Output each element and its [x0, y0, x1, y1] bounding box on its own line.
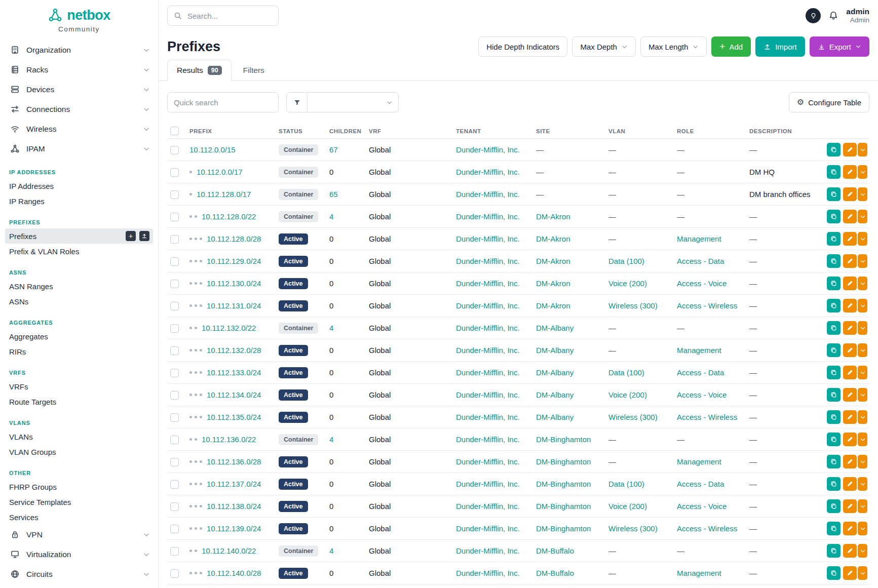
- sidebar-item-vlan-groups[interactable]: VLAN Groups: [0, 444, 158, 459]
- sidebar-item-ipam[interactable]: IPAM: [0, 139, 158, 159]
- prefix-link[interactable]: 10.112.139.0/24: [207, 524, 261, 533]
- vlan-link[interactable]: Wireless (300): [608, 524, 658, 533]
- role-link[interactable]: Access - Wireless: [677, 413, 737, 421]
- tenant-link[interactable]: Dunder-Mifflin, Inc.: [456, 279, 520, 288]
- site-link[interactable]: DM-Albany: [536, 413, 574, 421]
- role-link[interactable]: Access - Voice: [677, 502, 727, 511]
- copy-button[interactable]: [827, 210, 841, 223]
- tenant-link[interactable]: Dunder-Mifflin, Inc.: [456, 346, 520, 355]
- copy-button[interactable]: [827, 410, 841, 424]
- prefix-link[interactable]: 10.112.136.0/22: [202, 435, 256, 444]
- tenant-link[interactable]: Dunder-Mifflin, Inc.: [456, 257, 520, 265]
- edit-button[interactable]: [843, 366, 857, 379]
- row-checkbox[interactable]: [170, 346, 179, 355]
- edit-button[interactable]: [843, 343, 857, 357]
- vlan-link[interactable]: Voice (200): [608, 279, 647, 288]
- tenant-link[interactable]: Dunder-Mifflin, Inc.: [456, 524, 520, 533]
- copy-button[interactable]: [827, 187, 841, 201]
- max-depth-dropdown[interactable]: Max Depth: [572, 36, 636, 57]
- row-checkbox[interactable]: [170, 280, 179, 288]
- vlan-link[interactable]: Wireless (300): [608, 301, 658, 310]
- site-link[interactable]: DM-Binghamton: [536, 457, 591, 466]
- edit-dropdown-button[interactable]: [858, 477, 867, 491]
- sidebar-item-ip-addresses[interactable]: IP Addresses: [0, 178, 158, 193]
- role-link[interactable]: Access - Data: [677, 368, 724, 377]
- edit-button[interactable]: [843, 232, 857, 246]
- edit-dropdown-button[interactable]: [858, 566, 867, 580]
- row-checkbox[interactable]: [170, 525, 179, 533]
- row-checkbox[interactable]: [170, 190, 179, 199]
- vlan-link[interactable]: Wireless (300): [608, 413, 658, 421]
- site-link[interactable]: DM-Albany: [536, 346, 574, 355]
- tenant-link[interactable]: Dunder-Mifflin, Inc.: [456, 190, 520, 199]
- edit-button[interactable]: [843, 522, 857, 535]
- edit-dropdown-button[interactable]: [858, 277, 867, 290]
- row-checkbox[interactable]: [170, 324, 179, 333]
- tenant-link[interactable]: Dunder-Mifflin, Inc.: [456, 212, 520, 221]
- import-button[interactable]: Import: [755, 36, 805, 57]
- edit-button[interactable]: [843, 143, 857, 156]
- site-link[interactable]: DM-Buffalo: [536, 569, 574, 577]
- export-dropdown-button[interactable]: Export: [810, 36, 869, 57]
- edit-dropdown-button[interactable]: [858, 455, 867, 468]
- column-header-site[interactable]: SITE: [536, 128, 608, 134]
- edit-dropdown-button[interactable]: [858, 499, 867, 513]
- site-link[interactable]: DM-Akron: [536, 234, 570, 243]
- prefix-link[interactable]: 10.112.140.0/28: [207, 569, 261, 577]
- add-mini-button[interactable]: +: [126, 231, 136, 241]
- site-link[interactable]: DM-Albany: [536, 368, 574, 377]
- prefix-link[interactable]: 10.112.137.0/24: [207, 480, 261, 488]
- sidebar-item-devices[interactable]: Devices: [0, 80, 158, 99]
- edit-button[interactable]: [843, 455, 857, 468]
- copy-button[interactable]: [827, 499, 841, 513]
- copy-button[interactable]: [827, 522, 841, 535]
- user-menu[interactable]: admin Admin: [846, 7, 869, 25]
- tenant-link[interactable]: Dunder-Mifflin, Inc.: [456, 390, 520, 399]
- prefix-link[interactable]: 10.112.0.0/15: [189, 145, 236, 154]
- site-link[interactable]: DM-Buffalo: [536, 546, 574, 555]
- edit-button[interactable]: [843, 254, 857, 268]
- tenant-link[interactable]: Dunder-Mifflin, Inc.: [456, 368, 520, 377]
- tenant-link[interactable]: Dunder-Mifflin, Inc.: [456, 546, 520, 555]
- quick-search-input[interactable]: [167, 92, 279, 112]
- copy-button[interactable]: [827, 254, 841, 268]
- hide-depth-indicators-button[interactable]: Hide Depth Indicators: [478, 36, 567, 57]
- column-header-description[interactable]: DESCRIPTION: [749, 128, 824, 134]
- vlan-link[interactable]: Data (100): [608, 368, 644, 377]
- row-checkbox[interactable]: [170, 302, 179, 310]
- site-link[interactable]: DM-Binghamton: [536, 524, 591, 533]
- copy-button[interactable]: [827, 277, 841, 290]
- copy-button[interactable]: [827, 232, 841, 246]
- sidebar-item-connections[interactable]: Connections: [0, 99, 158, 119]
- prefix-link[interactable]: 10.112.128.0/22: [202, 212, 256, 221]
- sidebar-item-wireless[interactable]: Wireless: [0, 119, 158, 139]
- add-button[interactable]: + Add: [711, 36, 751, 57]
- role-link[interactable]: Access - Data: [677, 480, 724, 488]
- sidebar-item-vpn[interactable]: VPN: [0, 525, 158, 544]
- row-checkbox[interactable]: [170, 213, 179, 221]
- site-link[interactable]: DM-Albany: [536, 390, 574, 399]
- site-link[interactable]: DM-Akron: [536, 301, 570, 310]
- vlan-link[interactable]: Data (100): [608, 257, 644, 265]
- edit-button[interactable]: [843, 433, 857, 446]
- children-count-link[interactable]: 65: [329, 190, 338, 199]
- site-link[interactable]: DM-Binghamton: [536, 435, 591, 444]
- tab-filters[interactable]: Filters: [234, 60, 274, 81]
- sidebar-item-rirs[interactable]: RIRs: [0, 344, 158, 359]
- sidebar-item-vrfs[interactable]: VRFs: [0, 379, 158, 394]
- role-link[interactable]: Access - Data: [677, 257, 724, 265]
- edit-dropdown-button[interactable]: [858, 433, 867, 446]
- edit-dropdown-button[interactable]: [858, 299, 867, 312]
- site-link[interactable]: DM-Binghamton: [536, 480, 591, 488]
- copy-button[interactable]: [827, 299, 841, 312]
- tenant-link[interactable]: Dunder-Mifflin, Inc.: [456, 502, 520, 511]
- tenant-link[interactable]: Dunder-Mifflin, Inc.: [456, 457, 520, 466]
- tenant-link[interactable]: Dunder-Mifflin, Inc.: [456, 413, 520, 421]
- edit-dropdown-button[interactable]: [858, 388, 867, 402]
- row-checkbox[interactable]: [170, 436, 179, 444]
- row-checkbox[interactable]: [170, 480, 179, 489]
- row-checkbox[interactable]: [170, 257, 179, 266]
- row-checkbox[interactable]: [170, 458, 179, 466]
- sidebar-item-prefixes[interactable]: Prefixes+: [5, 228, 153, 244]
- prefix-link[interactable]: 10.112.128.0/28: [207, 234, 261, 243]
